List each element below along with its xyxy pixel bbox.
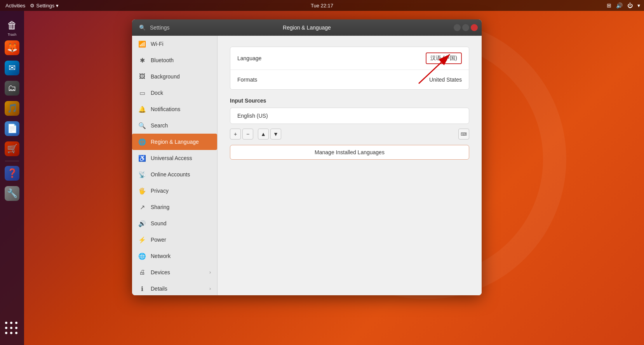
- settings-menu-button[interactable]: ⚙ Settings ▾: [30, 3, 59, 9]
- formats-row[interactable]: Formats United States: [230, 70, 469, 89]
- input-sources-card: English (US): [230, 108, 469, 124]
- settings-menu-arrow: ▾: [56, 3, 59, 9]
- network-icon[interactable]: ⊞: [607, 2, 611, 9]
- dock-item-help[interactable]: ❓: [3, 164, 21, 182]
- activities-button[interactable]: Activities: [4, 3, 27, 9]
- sidebar-item-label-details: Details: [151, 286, 167, 292]
- thunderbird-icon: ✉: [5, 61, 19, 75]
- sidebar-item-sharing[interactable]: ↗ Sharing: [132, 199, 217, 215]
- devices-icon: 🖨: [138, 269, 146, 276]
- sidebar-item-online-accounts[interactable]: 📡 Online Accounts: [132, 166, 217, 183]
- sidebar-item-notifications[interactable]: 🔔 Notifications: [132, 101, 217, 117]
- input-source-label: English (US): [237, 113, 268, 119]
- sharing-icon: ↗: [138, 204, 146, 211]
- dock-item-thunderbird[interactable]: ✉: [3, 59, 21, 77]
- minimize-button[interactable]: [454, 24, 461, 31]
- notifications-icon: 🔔: [138, 106, 146, 113]
- sound-icon: 🔊: [138, 220, 146, 227]
- power-icon[interactable]: ⏻: [627, 2, 633, 9]
- power-arrow-icon[interactable]: ▾: [637, 2, 640, 9]
- apps-grid-button[interactable]: [5, 322, 19, 336]
- move-controls: ▲ ▼: [258, 129, 281, 139]
- sidebar-item-label-online-accounts: Online Accounts: [151, 171, 190, 178]
- dock-item-files[interactable]: 🗂: [3, 79, 21, 97]
- sidebar-item-privacy[interactable]: 🖐 Privacy: [132, 183, 217, 199]
- sidebar-item-label-sound: Sound: [151, 220, 166, 227]
- sidebar-item-label-region-language: Region & Language: [151, 139, 199, 145]
- language-label: Language: [237, 55, 426, 61]
- language-value: 汉语 (中国): [426, 52, 462, 64]
- sidebar-item-label-power: Power: [151, 237, 166, 243]
- appstore-icon: 🛒: [5, 141, 19, 156]
- sidebar: 📶 Wi-Fi ✱ Bluetooth 🖼 Background ▭ Dock …: [132, 36, 218, 295]
- sidebar-item-label-search: Search: [151, 122, 168, 129]
- sidebar-item-power[interactable]: ⚡ Power: [132, 232, 217, 248]
- trash-label: Trash: [8, 33, 17, 37]
- sidebar-item-background[interactable]: 🖼 Background: [132, 68, 217, 85]
- wifi-icon: 📶: [138, 40, 146, 48]
- tools-icon: 🔧: [5, 186, 19, 201]
- sidebar-item-label-sharing: Sharing: [151, 204, 169, 210]
- dock-item-writer[interactable]: 📄: [3, 120, 21, 138]
- sidebar-item-wifi[interactable]: 📶 Wi-Fi: [132, 36, 217, 52]
- dock-item-rhythmbox[interactable]: 🎵: [3, 99, 21, 117]
- power-icon-sidebar: ⚡: [138, 236, 146, 244]
- search-icon: 🔍: [138, 122, 146, 129]
- sidebar-item-label-bluetooth: Bluetooth: [151, 57, 174, 63]
- help-icon: ❓: [5, 166, 19, 181]
- topbar-right: ⊞ 🔊 ⏻ ▾: [607, 2, 640, 9]
- dock-item-tools[interactable]: 🔧: [3, 185, 21, 202]
- maximize-button[interactable]: [462, 24, 469, 31]
- titlebar-app-name: Settings: [150, 24, 170, 31]
- volume-icon[interactable]: 🔊: [616, 2, 623, 9]
- dock-item-appstore[interactable]: 🛒: [3, 140, 21, 158]
- gear-icon: ⚙: [30, 3, 35, 9]
- privacy-icon: 🖐: [138, 187, 146, 195]
- details-chevron-icon: ›: [209, 286, 211, 291]
- dock-item-firefox[interactable]: 🦊: [3, 39, 21, 57]
- sidebar-item-sound[interactable]: 🔊 Sound: [132, 215, 217, 232]
- sidebar-item-label-wifi: Wi-Fi: [151, 41, 164, 47]
- sidebar-item-region-language[interactable]: 🌐 Region & Language: [132, 134, 217, 150]
- settings-menu-label: Settings: [36, 3, 54, 9]
- dock-item-trash[interactable]: 🗑 Trash: [3, 19, 21, 37]
- input-source-item: English (US): [230, 108, 469, 124]
- close-button[interactable]: [471, 24, 478, 31]
- background-icon: 🖼: [138, 73, 146, 80]
- sidebar-item-label-notifications: Notifications: [151, 106, 180, 112]
- window-body: 📶 Wi-Fi ✱ Bluetooth 🖼 Background ▭ Dock …: [132, 36, 482, 295]
- sidebar-item-label-devices: Devices: [151, 269, 170, 275]
- sidebar-item-details[interactable]: ℹ Details ›: [132, 281, 217, 295]
- dock: 🗑 Trash 🦊 ✉ 🗂 🎵 📄 🛒 ❓ 🔧: [0, 11, 24, 345]
- manage-installed-languages-button[interactable]: Manage Installed Languages: [230, 145, 469, 160]
- sidebar-item-search[interactable]: 🔍 Search: [132, 117, 217, 134]
- input-sources-title: Input Sources: [230, 98, 469, 104]
- topbar-left: Activities ⚙ Settings ▾: [4, 3, 607, 9]
- sidebar-item-bluetooth[interactable]: ✱ Bluetooth: [132, 52, 217, 68]
- firefox-icon: 🦊: [5, 40, 19, 55]
- region-language-icon: 🌐: [138, 138, 146, 146]
- topbar-datetime: Tue 22:17: [311, 3, 333, 9]
- sidebar-item-label-background: Background: [151, 73, 180, 80]
- network-icon-sidebar: 🌐: [138, 253, 146, 260]
- keyboard-preview-button[interactable]: ⌨: [458, 129, 469, 139]
- language-row[interactable]: Language 汉语 (中国): [230, 47, 469, 70]
- move-down-button[interactable]: ▼: [270, 129, 281, 139]
- window-title: Region & Language: [283, 24, 331, 31]
- add-input-source-button[interactable]: +: [230, 129, 241, 139]
- dock-separator: [5, 161, 19, 161]
- sidebar-item-devices[interactable]: 🖨 Devices ›: [132, 264, 217, 281]
- writer-icon: 📄: [5, 121, 19, 136]
- sidebar-item-label-network: Network: [151, 253, 171, 259]
- titlebar-search-button[interactable]: 🔍: [136, 23, 148, 33]
- move-up-button[interactable]: ▲: [258, 129, 269, 139]
- sidebar-item-dock[interactable]: ▭ Dock: [132, 85, 217, 101]
- formats-label: Formats: [237, 77, 429, 83]
- details-icon: ℹ: [138, 285, 146, 293]
- sidebar-item-universal-access[interactable]: ♿ Universal Access: [132, 150, 217, 166]
- universal-access-icon: ♿: [138, 155, 146, 162]
- remove-input-source-button[interactable]: −: [242, 129, 253, 139]
- topbar: Activities ⚙ Settings ▾ Tue 22:17 ⊞ 🔊 ⏻ …: [0, 0, 644, 11]
- language-formats-card: Language 汉语 (中国) Formats United States: [230, 47, 469, 90]
- sidebar-item-network[interactable]: 🌐 Network: [132, 248, 217, 264]
